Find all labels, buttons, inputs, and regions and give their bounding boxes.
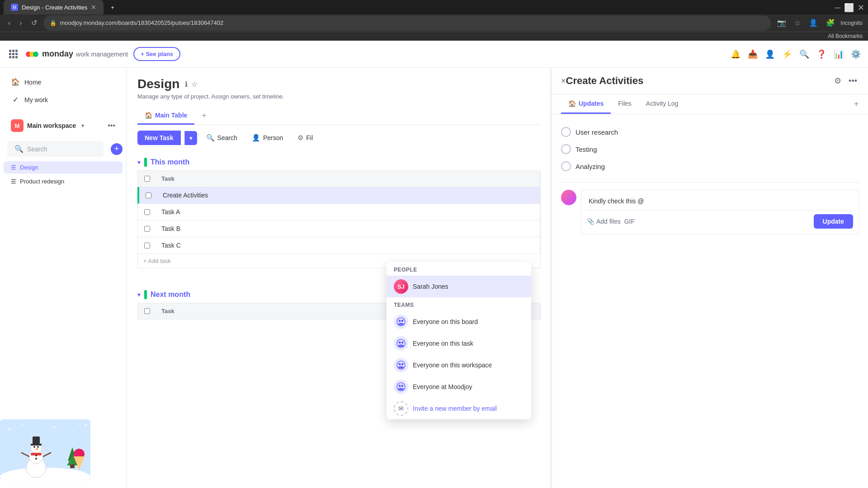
notifications-icon[interactable]: 🔔 <box>731 49 741 59</box>
board-star-icon[interactable]: ☆ <box>191 80 198 89</box>
mention-item-everyone-workspace[interactable]: Everyone on this workspace <box>387 354 531 376</box>
new-task-button[interactable]: New Task <box>137 131 181 145</box>
extensions-icon[interactable]: 🧩 <box>823 16 838 30</box>
svg-point-2 <box>33 52 38 57</box>
checklist-checkbox-analyzing[interactable] <box>561 161 571 171</box>
group-title-this-month[interactable]: This month <box>151 158 189 166</box>
help-icon[interactable]: ❓ <box>816 49 826 59</box>
panel-more-icon[interactable]: ••• <box>847 75 859 88</box>
panel-header: × Create Activities ⚙ ••• <box>552 68 868 94</box>
svg-rect-20 <box>70 465 75 468</box>
comment-text[interactable]: Kindly check this @ <box>587 196 853 206</box>
row-task-b[interactable]: Task B <box>156 221 540 237</box>
checklist-text-user-research: User research <box>576 128 618 136</box>
filter-toolbar-button[interactable]: ⚙ Fil <box>292 131 318 145</box>
tab-close-button[interactable]: ✕ <box>91 4 96 11</box>
group-title-next-month[interactable]: Next month <box>151 291 190 299</box>
inbox-icon[interactable]: 📥 <box>748 49 758 59</box>
forward-button[interactable]: › <box>17 16 24 30</box>
group-color-bar-next <box>144 290 147 299</box>
sidebar: 🏠 Home ✓ My work M Main workspace ▾ ••• … <box>0 68 127 488</box>
see-plans-button[interactable]: + See plans <box>133 47 180 61</box>
snowman-decoration <box>0 419 126 483</box>
svg-point-31 <box>398 323 404 325</box>
settings-icon[interactable]: ⚙️ <box>851 49 861 59</box>
search-toolbar-button[interactable]: 🔍 Search <box>201 131 243 145</box>
tab-activity-log[interactable]: Activity Log <box>639 94 686 114</box>
row-task-c[interactable]: Task C <box>156 237 540 253</box>
svg-point-38 <box>401 363 404 366</box>
svg-point-41 <box>399 385 401 387</box>
panel-close-button[interactable]: × <box>561 76 566 86</box>
address-bar[interactable]: 🔒 moodjoy.monday.com/boards/1830420525/p… <box>43 15 771 31</box>
table-row[interactable]: Task C <box>137 237 541 254</box>
board-info-icon[interactable]: ℹ <box>185 80 188 89</box>
table-row[interactable]: Task B <box>137 221 541 237</box>
table-row[interactable]: Create Activities <box>137 187 541 204</box>
bookmark-icon[interactable]: ☆ <box>792 16 803 30</box>
checklist-checkbox-user-research[interactable] <box>561 127 571 137</box>
sidebar-home-label: Home <box>24 79 41 86</box>
mention-item-everyone-moodjoy[interactable]: Everyone at Moodjoy <box>387 376 531 398</box>
sidebar-search[interactable]: 🔍 Search <box>7 141 104 157</box>
camera-icon[interactable]: 📷 <box>774 16 789 30</box>
add-files-button[interactable]: 📎 Add files <box>587 218 621 225</box>
person-toolbar-button[interactable]: 👤 Person <box>246 131 288 145</box>
search-top-icon[interactable]: 🔍 <box>799 49 809 59</box>
side-panel: × Create Activities ⚙ ••• 🏠 Updates File… <box>552 68 868 488</box>
sidebar-item-my-work[interactable]: ✓ My work <box>4 92 123 108</box>
profile-icon[interactable]: 👤 <box>806 16 821 30</box>
integrations-icon[interactable]: ⚡ <box>782 49 792 59</box>
mention-item-everyone-board[interactable]: Everyone on this board <box>387 311 531 333</box>
update-button[interactable]: Update <box>814 214 853 229</box>
invite-member-button[interactable]: ✉ Invite a new member by email <box>387 398 531 419</box>
svg-point-34 <box>401 342 404 344</box>
row-task-create-activities[interactable]: Create Activities <box>157 187 540 203</box>
apps-grid-button[interactable] <box>7 48 19 60</box>
new-task-dropdown-button[interactable]: ▾ <box>184 131 197 145</box>
add-panel-tab-button[interactable]: + <box>854 99 859 109</box>
row-checkbox[interactable] <box>138 239 156 252</box>
board-toolbar: New Task ▾ 🔍 Search 👤 Person ⚙ Fil <box>127 125 552 150</box>
add-view-button[interactable]: + <box>196 108 212 124</box>
top-nav-right: 🔔 📥 👤 ⚡ 🔍 ❓ 📊 ⚙️ <box>731 49 861 59</box>
invite-icon[interactable]: 👤 <box>765 49 775 59</box>
active-tab[interactable]: M Design - Create Activities ✕ <box>4 0 104 14</box>
lock-icon: 🔒 <box>50 20 57 26</box>
row-task-a[interactable]: Task A <box>156 204 540 220</box>
checklist-checkbox-testing[interactable] <box>561 144 571 154</box>
mention-item-sarah-jones[interactable]: SJ Sarah Jones <box>387 276 531 297</box>
workspace-selector[interactable]: M Main workspace ▾ ••• <box>4 116 123 136</box>
row-checkbox[interactable] <box>138 206 156 219</box>
mention-item-everyone-task[interactable]: Everyone on this task <box>387 333 531 354</box>
analytics-icon[interactable]: 📊 <box>834 49 844 59</box>
row-checkbox[interactable] <box>139 189 157 202</box>
team-avatar-board <box>394 314 408 329</box>
reload-button[interactable]: ↺ <box>28 16 40 30</box>
select-all-checkbox-next[interactable] <box>138 305 156 318</box>
sidebar-item-design[interactable]: ☰ Design <box>4 161 123 174</box>
back-button[interactable]: ‹ <box>5 16 13 30</box>
tab-files[interactable]: Files <box>611 94 639 114</box>
mention-name-everyone-moodjoy: Everyone at Moodjoy <box>413 383 472 390</box>
sidebar-item-home[interactable]: 🏠 Home <box>4 74 123 90</box>
sidebar-item-product-redesign[interactable]: ☰ Product redesign <box>4 175 123 188</box>
person-toolbar-icon: 👤 <box>252 134 260 142</box>
row-checkbox[interactable] <box>138 222 156 235</box>
add-board-button[interactable]: + <box>111 143 123 155</box>
close-window-button[interactable]: ✕ <box>858 3 864 13</box>
panel-settings-icon[interactable]: ⚙ <box>832 74 843 88</box>
tab-main-table[interactable]: 🏠 Main Table <box>137 107 194 125</box>
group-collapse-icon[interactable]: ▾ <box>137 159 141 166</box>
tab-updates[interactable]: 🏠 Updates <box>561 94 611 114</box>
browser-chrome: M Design - Create Activities ✕ + ─ ⬜ ✕ ‹… <box>0 0 868 41</box>
gif-icon[interactable]: GIF <box>624 218 635 225</box>
minimize-button[interactable]: ─ <box>835 3 840 13</box>
table-row[interactable]: Task A <box>137 204 541 221</box>
workspace-more-icon[interactable]: ••• <box>108 122 115 130</box>
group-collapse-next-icon[interactable]: ▾ <box>137 291 141 298</box>
maximize-button[interactable]: ⬜ <box>844 3 854 13</box>
select-all-checkbox[interactable] <box>138 172 156 185</box>
new-tab-button[interactable]: + <box>104 0 122 14</box>
svg-point-12 <box>37 446 39 448</box>
